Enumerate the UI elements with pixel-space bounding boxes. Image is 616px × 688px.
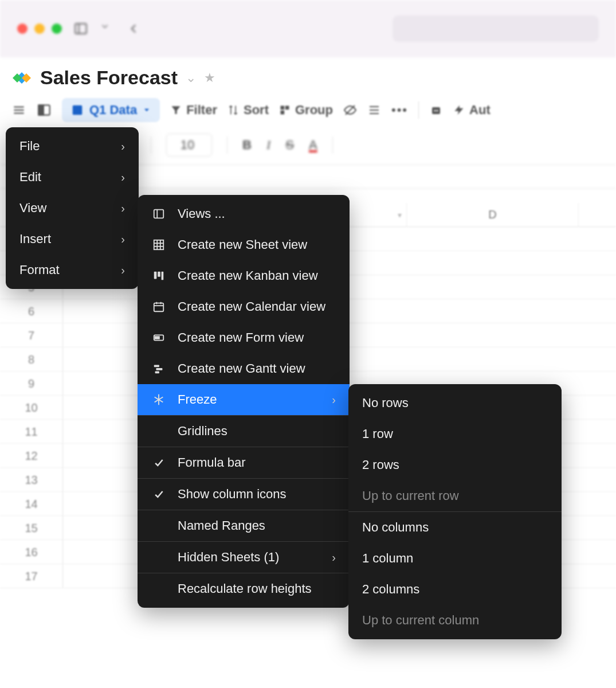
address-search-field[interactable] [393, 15, 599, 42]
robot-icon[interactable] [429, 103, 443, 117]
strikethrough-button[interactable]: S [285, 138, 294, 153]
submenu-hidden-sheets[interactable]: Hidden Sheets (1)› [138, 542, 350, 573]
column-dropdown-icon[interactable]: ▾ [398, 210, 402, 220]
title-dropdown-icon[interactable]: ⌄ [186, 71, 196, 85]
automation-button[interactable]: Aut [453, 103, 491, 118]
submenu-freeze[interactable]: Freeze› [138, 384, 350, 415]
maximize-window-icon[interactable] [52, 24, 62, 34]
column-header[interactable]: D [407, 203, 579, 226]
separator [418, 101, 419, 119]
menu-item-label: Create new Sheet view [178, 237, 336, 252]
submenu-new-sheet[interactable]: Create new Sheet view [138, 229, 350, 260]
row-number[interactable]: 11 [0, 420, 63, 443]
submenu-gridlines[interactable]: Gridlines [138, 416, 350, 447]
chevron-right-icon: › [121, 171, 125, 184]
visibility-icon[interactable] [343, 103, 357, 117]
submenu-named-ranges[interactable]: Named Ranges [138, 510, 350, 541]
freeze-2-rows[interactable]: 2 rows [348, 449, 562, 480]
bold-button[interactable]: B [242, 138, 252, 153]
freeze-no-columns[interactable]: No columns [348, 512, 562, 543]
menu-view[interactable]: View› [6, 193, 139, 224]
group-label: Group [295, 103, 333, 118]
row-number[interactable]: 9 [0, 372, 63, 395]
submenu-new-calendar[interactable]: Create new Calendar view [138, 291, 350, 322]
menu-item-label: Hidden Sheets (1) [178, 550, 320, 565]
row-number[interactable]: 12 [0, 444, 63, 467]
submenu-show-column-icons[interactable]: Show column icons [138, 479, 350, 510]
separator [332, 136, 333, 154]
minimize-window-icon[interactable] [34, 24, 45, 34]
more-icon[interactable]: ••• [391, 103, 408, 118]
svg-marker-23 [455, 105, 464, 115]
panel-toggle-icon[interactable] [37, 103, 52, 118]
chevron-right-icon: › [121, 264, 125, 277]
form-icon [151, 330, 166, 345]
freeze-1-row[interactable]: 1 row [348, 419, 562, 449]
traffic-lights [17, 24, 62, 34]
italic-button[interactable]: I [266, 138, 270, 153]
submenu-views[interactable]: Views ... [138, 198, 350, 229]
separator [227, 136, 227, 154]
menu-item-label: 1 column [362, 551, 548, 566]
filter-button[interactable]: Filter [170, 103, 217, 118]
svg-rect-10 [73, 105, 83, 115]
gantt-icon [151, 361, 166, 376]
row-number[interactable]: 15 [0, 516, 63, 540]
hamburger-menu-icon[interactable] [11, 103, 26, 118]
freeze-up-to-column: Up to current column [348, 605, 562, 636]
svg-rect-39 [162, 272, 164, 280]
svg-rect-45 [155, 337, 159, 339]
back-icon[interactable] [126, 21, 141, 36]
active-view-pill[interactable]: Q1 Data [62, 98, 160, 122]
svg-rect-40 [154, 303, 164, 312]
freeze-1-column[interactable]: 1 column [348, 543, 562, 574]
menu-item-label: Format [19, 263, 109, 277]
freeze-no-rows[interactable]: No rows [348, 388, 562, 419]
menu-insert[interactable]: Insert› [6, 224, 139, 255]
window-titlebar [0, 0, 616, 57]
menu-file[interactable]: File› [6, 131, 139, 162]
menu-item-label: 2 columns [362, 582, 548, 597]
close-window-icon[interactable] [17, 24, 28, 34]
chevron-right-icon: › [121, 140, 125, 153]
menu-item-label: View [19, 201, 109, 216]
row-number[interactable]: 16 [0, 540, 63, 564]
submenu-formula-bar[interactable]: Formula bar [138, 447, 350, 478]
menu-item-label: Named Ranges [178, 518, 336, 533]
row-number[interactable]: 10 [0, 396, 63, 419]
svg-point-22 [437, 110, 438, 112]
svg-marker-12 [172, 106, 181, 114]
chevron-down-icon[interactable] [100, 21, 115, 36]
freeze-2-columns[interactable]: 2 columns [348, 574, 562, 605]
row-number[interactable]: 13 [0, 468, 63, 491]
row-number[interactable]: 17 [0, 564, 63, 588]
row-number[interactable]: 7 [0, 323, 63, 347]
document-title[interactable]: Sales Forecast [40, 67, 178, 89]
group-button[interactable]: Group [279, 103, 333, 118]
menu-format[interactable]: Format› [6, 255, 139, 286]
check-icon [151, 487, 166, 502]
chevron-right-icon: › [332, 551, 336, 564]
sort-button[interactable]: Sort [227, 103, 269, 118]
font-size-select[interactable]: 10 [166, 134, 212, 157]
star-icon[interactable]: ★ [204, 71, 215, 85]
check-icon [151, 455, 166, 470]
row-number[interactable]: 14 [0, 492, 63, 515]
text-color-button[interactable]: A [309, 138, 317, 153]
menu-edit[interactable]: Edit› [6, 162, 139, 193]
submenu-recalc-heights[interactable]: Recalculate row heights [138, 573, 350, 604]
submenu-new-gantt[interactable]: Create new Gantt view [138, 353, 350, 384]
sidebar-toggle-icon[interactable] [73, 21, 88, 36]
svg-rect-48 [155, 372, 159, 374]
svg-rect-46 [154, 365, 159, 368]
row-number[interactable]: 6 [0, 299, 63, 323]
row-number[interactable]: 8 [0, 347, 63, 371]
main-menu: File› Edit› View› Insert› Format› [6, 127, 139, 289]
submenu-new-form[interactable]: Create new Form view [138, 322, 350, 353]
automation-label: Aut [469, 103, 491, 118]
svg-rect-14 [285, 106, 289, 110]
row-height-icon[interactable] [367, 103, 381, 117]
font-size-label: 10 [181, 138, 194, 152]
submenu-new-kanban[interactable]: Create new Kanban view [138, 260, 350, 291]
svg-rect-37 [154, 272, 157, 279]
